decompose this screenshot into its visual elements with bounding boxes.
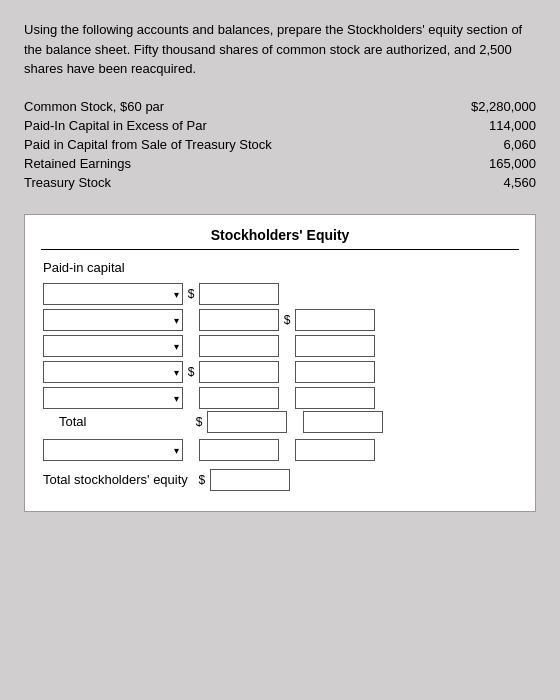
account-row-4: Treasury Stock 4,560 [24,175,536,190]
input-5b[interactable] [295,387,375,409]
account-amount-4: 4,560 [436,175,536,190]
form-row-1: $ [43,283,519,305]
input-total-se[interactable] [210,469,290,491]
account-label-2: Paid in Capital from Sale of Treasury St… [24,137,436,152]
equity-title: Stockholders' Equity [41,227,519,250]
input-2a[interactable] [199,309,279,331]
dropdown-wrapper-6 [43,439,183,461]
total-label: Total [43,414,191,429]
instruction-text: Using the following accounts and balance… [24,20,536,79]
account-row-1: Paid-In Capital in Excess of Par 114,000 [24,118,536,133]
dropdown-wrapper-5 [43,387,183,409]
input-4a[interactable] [199,361,279,383]
dropdown-1[interactable] [43,283,183,305]
dropdown-2[interactable] [43,309,183,331]
dropdown-wrapper-3 [43,335,183,357]
dropdown-wrapper-2 [43,309,183,331]
input-3b[interactable] [295,335,375,357]
equity-section: Stockholders' Equity Paid-in capital $ $ [24,214,536,512]
form-row-4: $ [43,361,519,383]
account-row-3: Retained Earnings 165,000 [24,156,536,171]
total-stockholders-label: Total stockholders' equity [43,472,188,487]
input-6b[interactable] [295,439,375,461]
total-row: Total $ [43,411,519,433]
account-label-0: Common Stock, $60 par [24,99,436,114]
form-row-2: $ [43,309,519,331]
input-6a[interactable] [199,439,279,461]
dollar-sign-total: $ [191,415,207,429]
dollar-sign-1: $ [183,287,199,301]
account-label-1: Paid-In Capital in Excess of Par [24,118,436,133]
input-3a[interactable] [199,335,279,357]
account-amount-1: 114,000 [436,118,536,133]
total-stockholders-row: Total stockholders' equity $ [43,469,519,491]
dollar-sign-4: $ [183,365,199,379]
dropdown-4[interactable] [43,361,183,383]
form-row-5 [43,387,519,409]
form-area: $ $ $ [43,283,519,491]
input-total[interactable] [207,411,287,433]
account-row-0: Common Stock, $60 par $2,280,000 [24,99,536,114]
dropdown-6[interactable] [43,439,183,461]
account-amount-0: $2,280,000 [436,99,536,114]
input-2b[interactable] [295,309,375,331]
dropdown-wrapper-4 [43,361,183,383]
dropdown-5[interactable] [43,387,183,409]
dropdown-wrapper-1 [43,283,183,305]
dropdown-3[interactable] [43,335,183,357]
account-label-4: Treasury Stock [24,175,436,190]
input-4b[interactable] [295,361,375,383]
form-row-3 [43,335,519,357]
input-5a[interactable] [199,387,279,409]
accounts-table: Common Stock, $60 par $2,280,000 Paid-In… [24,99,536,190]
account-amount-3: 165,000 [436,156,536,171]
form-row-6 [43,439,519,461]
account-row-2: Paid in Capital from Sale of Treasury St… [24,137,536,152]
input-1a[interactable] [199,283,279,305]
paid-in-label: Paid-in capital [43,260,519,275]
account-amount-2: 6,060 [436,137,536,152]
input-total-right[interactable] [303,411,383,433]
dollar-sign-total-se: $ [194,473,210,487]
dollar-sign-2: $ [279,313,295,327]
account-label-3: Retained Earnings [24,156,436,171]
